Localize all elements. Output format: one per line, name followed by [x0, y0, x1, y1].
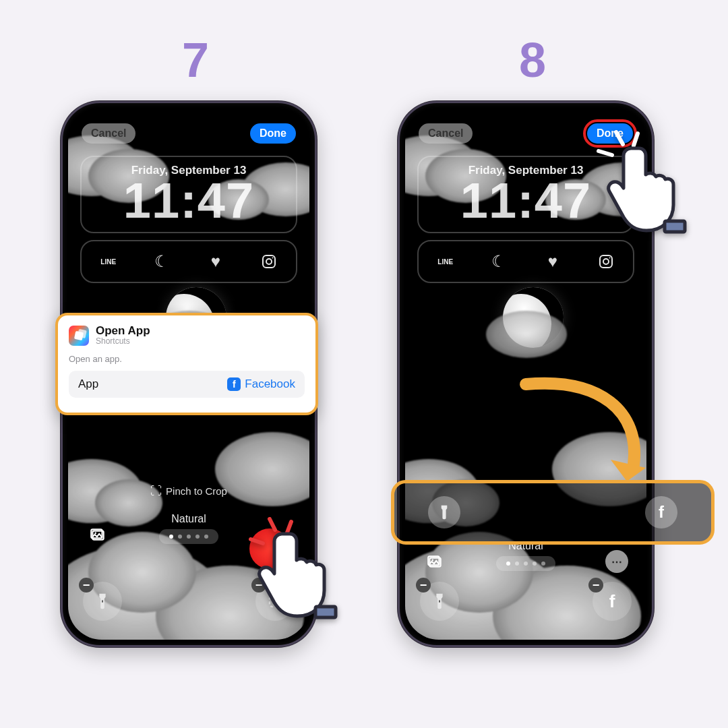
popup-subtitle: Shortcuts [96, 336, 150, 346]
svg-point-1 [266, 259, 272, 264]
svg-rect-18 [439, 600, 440, 603]
popup-row-value-text: Facebook [245, 377, 295, 391]
svg-rect-22 [665, 221, 685, 232]
instagram-icon [598, 253, 614, 270]
facebook-icon: f [609, 591, 615, 612]
dot [515, 562, 519, 566]
flashlight-icon [95, 593, 110, 610]
svg-rect-6 [102, 600, 103, 603]
svg-rect-0 [263, 255, 275, 268]
facebook-icon: f [659, 503, 664, 522]
date-time-widget[interactable]: Friday, September 13 11:47 [80, 156, 297, 233]
photos-picker-button[interactable] [84, 521, 111, 548]
remove-badge[interactable]: − [79, 578, 94, 593]
line-icon: LINE [437, 258, 453, 266]
style-dots[interactable] [159, 529, 218, 544]
popup-title: Open App [96, 325, 150, 336]
flashlight-icon [432, 593, 447, 610]
svg-point-2 [272, 257, 274, 259]
more-icon: ⋯ [605, 550, 628, 573]
cloud-deco [486, 311, 567, 358]
svg-line-8 [270, 519, 275, 530]
quick-action-flashlight[interactable] [428, 496, 460, 528]
widget-line[interactable]: LINE [94, 247, 123, 276]
remove-badge[interactable]: − [416, 578, 431, 593]
moon-icon: ☾ [154, 252, 169, 271]
open-app-popup: Open App Shortcuts Open an app. App f Fa… [55, 313, 318, 415]
widget-heart[interactable]: ♥ [202, 247, 230, 276]
popup-description: Open an app. [69, 354, 305, 364]
dot [204, 535, 208, 539]
pointer-hand [243, 512, 351, 630]
cancel-button[interactable]: Cancel [82, 123, 135, 144]
widget-dnd[interactable]: ☾ [485, 247, 513, 276]
shortcuts-icon [69, 326, 89, 346]
pinch-text: Pinch to Crop [166, 485, 227, 497]
widget-line[interactable]: LINE [431, 247, 460, 276]
widget-row[interactable]: LINE ☾ ♥ [80, 240, 297, 283]
popup-row-value[interactable]: f Facebook [227, 377, 295, 391]
line-icon: LINE [100, 258, 116, 266]
pointer-hand [593, 128, 708, 252]
flashlight-icon [437, 504, 451, 520]
photos-icon [426, 553, 444, 570]
lockscreen-time: 11:47 [82, 179, 296, 224]
instagram-icon [261, 253, 277, 270]
dot [187, 535, 191, 539]
dot [506, 562, 510, 566]
heart-icon: ♥ [548, 252, 557, 271]
cancel-button[interactable]: Cancel [419, 123, 473, 144]
editor-nav: Cancel Done [68, 123, 309, 144]
dot [524, 562, 528, 566]
svg-rect-12 [600, 255, 612, 268]
dot [178, 535, 182, 539]
svg-line-20 [599, 151, 612, 155]
svg-line-10 [287, 522, 291, 533]
widget-heart[interactable]: ♥ [539, 247, 567, 276]
svg-line-9 [251, 539, 263, 543]
photos-icon [89, 526, 107, 543]
popup-row-label: App [78, 377, 98, 391]
dot [533, 562, 537, 566]
arrow-annotation [499, 371, 654, 492]
svg-line-21 [634, 133, 638, 146]
quick-action-facebook[interactable]: − f [593, 582, 632, 621]
crop-icon: ⛶ [150, 485, 162, 497]
dot [541, 562, 545, 566]
moon-icon: ☾ [491, 252, 506, 271]
more-button[interactable]: ⋯ [603, 548, 630, 575]
quick-action-flashlight[interactable]: − [420, 582, 459, 621]
quick-action-facebook[interactable]: f [645, 496, 677, 528]
facebook-icon: f [227, 377, 241, 391]
step-number-7: 7 [182, 32, 209, 88]
dot [195, 535, 200, 539]
quick-action-flashlight[interactable]: − [83, 582, 122, 621]
heart-icon: ♥ [211, 252, 220, 271]
remove-badge[interactable]: − [588, 578, 603, 593]
svg-point-13 [603, 259, 609, 264]
popup-app-row[interactable]: App f Facebook [69, 371, 305, 398]
pinch-to-crop-label: ⛶Pinch to Crop [68, 485, 309, 498]
svg-point-14 [609, 257, 611, 259]
svg-rect-11 [315, 607, 336, 617]
photos-picker-button[interactable] [421, 548, 448, 575]
widget-instagram[interactable] [255, 247, 283, 276]
style-dots[interactable] [496, 556, 555, 571]
step-number-8: 8 [519, 32, 546, 88]
widget-dnd[interactable]: ☾ [148, 247, 176, 276]
dot [169, 535, 173, 539]
svg-line-19 [616, 132, 623, 144]
done-button[interactable]: Done [250, 123, 296, 144]
